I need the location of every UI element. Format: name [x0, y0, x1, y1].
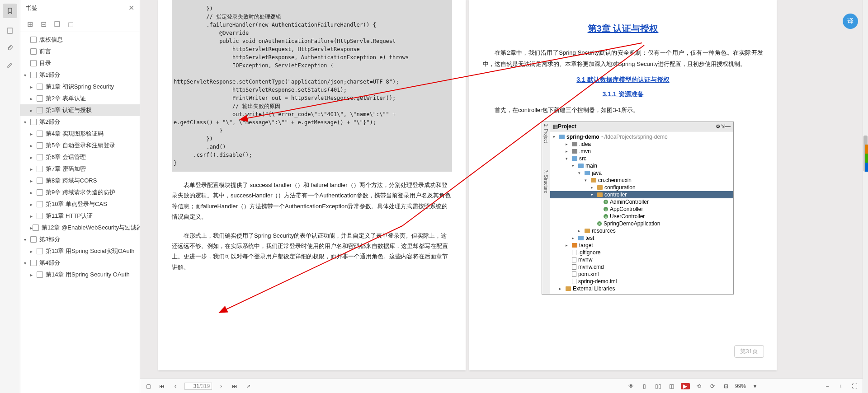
tree-node[interactable]: pom.xml — [550, 271, 733, 278]
bookmark-tag-icon[interactable]: ◻ — [66, 20, 75, 28]
tree-node[interactable]: cAppController — [550, 206, 733, 213]
tree-node[interactable]: ▸test — [550, 234, 733, 242]
tree-node[interactable]: ▸target — [550, 242, 733, 249]
bookmark-item[interactable]: ▸第8章 跨域与CORS — [20, 175, 140, 187]
tree-node[interactable]: mvnw.cmd — [550, 263, 733, 271]
tree-node[interactable]: ▸configuration — [550, 184, 733, 191]
collapse-icon[interactable]: ⊟ — [39, 20, 47, 28]
bookmark-add-icon[interactable]: ☐ — [53, 20, 61, 28]
two-page-icon[interactable]: ◫ — [667, 383, 676, 389]
scrollbar[interactable] — [863, 0, 868, 393]
zoom-dropdown-icon[interactable]: ▾ — [750, 383, 760, 389]
fit-icon[interactable]: ⊡ — [722, 383, 731, 389]
last-page-icon[interactable]: ⏭ — [230, 383, 239, 389]
zoom-out-icon[interactable]: − — [823, 383, 832, 389]
rotate-left-icon[interactable]: ⟲ — [694, 383, 703, 389]
bookmark-item[interactable]: ▸第1章 初识Spring Security — [20, 81, 140, 93]
assistant-button[interactable]: 译 — [843, 14, 858, 29]
jump-icon[interactable]: ↗ — [244, 383, 253, 389]
project-tree: ▾spring-demo ~/IdeaProjects/spring-demo▸… — [550, 131, 733, 294]
eye-icon[interactable]: 👁 — [627, 383, 636, 389]
tree-node[interactable]: ▾cn.chenmuxin — [550, 177, 733, 184]
hide-icon[interactable]: — — [725, 123, 731, 130]
page-left: }) // 指定登录失败时的处理逻辑 .failureHandler(new A… — [158, 0, 466, 370]
collapse-icon[interactable]: ⇲ — [721, 123, 725, 130]
bottom-toolbar: ▢ ⏮ ‹ 31 /319 › ⏭ ↗ 👁 ▯ ▯▯ ◫ ▶ ⟲ ⟳ ⊡ 99%… — [140, 379, 863, 393]
panel-icon: ▦ — [553, 123, 558, 130]
first-page-icon[interactable]: ⏮ — [157, 383, 166, 389]
tree-node[interactable]: spring-demo.iml — [550, 278, 733, 285]
panel-title: Project — [558, 123, 716, 130]
edit-icon[interactable] — [5, 61, 14, 70]
single-page-icon[interactable]: ▯ — [640, 383, 649, 389]
panel-toggle-icon[interactable]: ▢ — [144, 383, 153, 389]
tree-node[interactable]: ▾main — [550, 162, 733, 169]
bookmark-item[interactable]: ▸第9章 跨域请求伪造的防护 — [20, 187, 140, 198]
tree-node[interactable]: ▸.mvn — [550, 148, 733, 155]
sidebar-toolbar: ⊞ ⊟ ☐ ◻ — [20, 16, 140, 32]
structure-tab[interactable]: 7: Structure — [543, 170, 548, 193]
bookmark-item[interactable]: ▸第5章 自动登录和注销登录 — [20, 140, 140, 151]
page-total: /319 — [199, 383, 210, 389]
bookmark-item[interactable]: 目录 — [20, 57, 140, 69]
bookmark-tree: 版权信息前言目录▾第1部分▸第1章 初识Spring Security▸第2章 … — [20, 32, 140, 393]
zoom-level[interactable]: 99% — [735, 383, 746, 389]
tree-node[interactable]: cAdminController — [550, 198, 733, 206]
bookmark-item[interactable]: 版权信息 — [20, 34, 140, 46]
bookmark-item[interactable]: ▾第1部分 — [20, 69, 140, 81]
bookmark-item[interactable]: ▾第3部分 — [20, 234, 140, 245]
tree-node[interactable]: mvnw — [550, 256, 733, 263]
tree-root[interactable]: ▾spring-demo ~/IdeaProjects/spring-demo — [550, 133, 733, 140]
bookmark-item[interactable]: ▸第6章 会话管理 — [20, 151, 140, 163]
tree-node[interactable]: cUserController — [550, 213, 733, 220]
tree-node[interactable]: ▾controller — [550, 191, 733, 198]
sidebar-title: 书签 — [26, 4, 128, 12]
page-icon[interactable] — [5, 26, 14, 35]
rotate-right-icon[interactable]: ⟳ — [708, 383, 717, 389]
project-tab[interactable]: 1: Project — [543, 124, 548, 143]
document-viewport: }) // 指定登录失败时的处理逻辑 .failureHandler(new A… — [140, 0, 863, 393]
bookmark-item[interactable]: ▸第4章 实现图形验证码 — [20, 128, 140, 140]
expand-icon[interactable]: ⊞ — [26, 20, 34, 28]
bookmark-item[interactable]: ▸第7章 密码加密 — [20, 163, 140, 175]
bookmark-icon[interactable] — [3, 4, 17, 18]
body-text: 首先，在controller包下新建三个控制器，如图3-1所示。 — [483, 105, 763, 116]
zoom-in-icon[interactable]: + — [836, 383, 845, 389]
prev-page-icon[interactable]: ‹ — [171, 383, 180, 389]
page-badge: 第31页 — [734, 345, 764, 358]
gear-icon[interactable]: ⚙ — [716, 123, 721, 130]
paragraph: 表单登录配置模块提供了 successHandler（）和 failureHan… — [172, 180, 452, 222]
bookmark-item[interactable]: ▸第12章 @EnableWebSecurity与过滤器 — [20, 222, 140, 234]
close-icon[interactable]: ✕ — [128, 4, 134, 12]
bookmark-item[interactable]: ▸第13章 用Spring Social实现OAuth — [20, 245, 140, 257]
bookmark-item[interactable]: ▸第3章 认证与授权 — [20, 104, 140, 116]
code-block: }) // 指定登录失败时的处理逻辑 .failureHandler(new A… — [172, 0, 452, 172]
chapter-title: 第3章 认证与授权 — [483, 23, 763, 35]
bookmark-item[interactable]: ▾第2部分 — [20, 116, 140, 128]
bookmark-item[interactable]: ▸第11章 HTTP认证 — [20, 210, 140, 222]
ide-project-panel: 1: Project 7: Structure ▦ Project ⚙ ⇲ — … — [542, 122, 734, 295]
bookmark-item[interactable]: ▸第10章 单点登录与CAS — [20, 198, 140, 210]
attachment-icon[interactable] — [5, 43, 14, 52]
fullscreen-icon[interactable]: ⛶ — [850, 383, 859, 389]
tree-node[interactable]: ▾java — [550, 169, 733, 177]
tree-node[interactable]: ▸External Libraries — [550, 285, 733, 292]
tree-node[interactable]: ▸.idea — [550, 140, 733, 148]
left-toolbar — [0, 0, 20, 393]
scrollbar-marks — [865, 145, 868, 172]
next-page-icon[interactable]: › — [217, 383, 226, 389]
tree-node[interactable]: .gitignore — [550, 249, 733, 256]
bookmark-item[interactable]: ▸第2章 表单认证 — [20, 93, 140, 104]
continuous-icon[interactable]: ▯▯ — [654, 383, 663, 389]
bookmark-item[interactable]: 前言 — [20, 46, 140, 57]
paragraph: 在形式上，我们确实使用了Spring Security的表单认证功能，并且自定义… — [172, 230, 452, 273]
bookmark-item[interactable]: ▾第4部分 — [20, 257, 140, 269]
page-input-wrap: 31 /319 — [184, 383, 212, 390]
tree-node[interactable]: ▸resources — [550, 227, 733, 234]
page-current[interactable]: 31 — [187, 383, 199, 389]
tree-node[interactable]: ▾src — [550, 155, 733, 162]
bookmark-item[interactable]: ▸第14章 用Spring Security OAuth — [20, 269, 140, 281]
play-icon[interactable]: ▶ — [681, 383, 690, 389]
intro-text: 在第2章中，我们沿用了Spring Security默认的安全机制：仅有一个用户… — [483, 47, 763, 70]
tree-node[interactable]: cSpringDemoApplication — [550, 220, 733, 227]
